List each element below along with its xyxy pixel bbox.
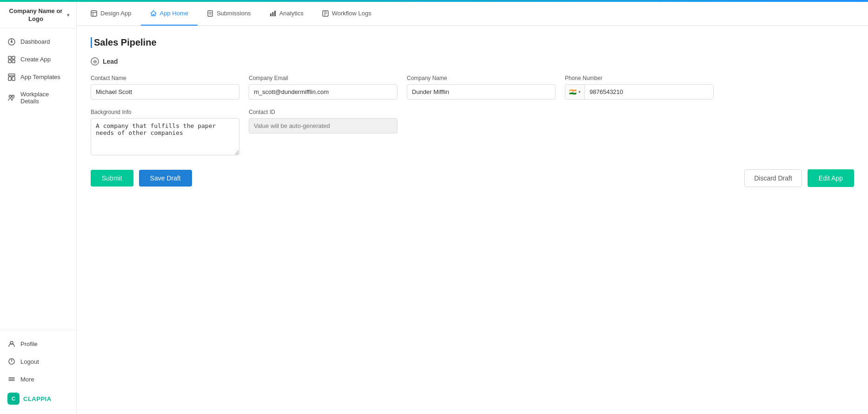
tab-submissions-label: Submissions bbox=[217, 10, 251, 17]
section-header: ⊖ Lead bbox=[91, 57, 854, 66]
company-email-field: Company Email bbox=[249, 75, 398, 100]
sidebar-item-more[interactable]: More bbox=[0, 370, 76, 388]
app-templates-label: App Templates bbox=[20, 73, 60, 80]
contact-id-label: Contact ID bbox=[249, 109, 398, 115]
contact-id-field: Contact ID bbox=[249, 109, 398, 155]
sidebar-nav: Dashboard Create App bbox=[0, 28, 76, 330]
logout-icon bbox=[7, 357, 16, 366]
svg-point-10 bbox=[9, 95, 12, 97]
clappia-branding: C CLAPPIA bbox=[0, 388, 76, 409]
save-draft-button[interactable]: Save Draft bbox=[139, 170, 192, 187]
svg-rect-9 bbox=[12, 77, 15, 80]
tab-design-app-label: Design App bbox=[100, 10, 132, 17]
main-content: Design App App Home bbox=[77, 2, 868, 414]
contact-id-input bbox=[249, 118, 398, 134]
sidebar: Company Name or Logo ▾ Dashboard bbox=[0, 2, 77, 414]
app-templates-icon bbox=[7, 73, 16, 81]
create-app-icon bbox=[7, 55, 16, 64]
sidebar-item-workplace-details[interactable]: Workplace Details bbox=[0, 86, 76, 109]
sidebar-bottom: Profile Logout bbox=[0, 330, 76, 414]
svg-rect-18 bbox=[91, 11, 97, 16]
contact-name-label: Contact Name bbox=[91, 75, 239, 81]
sidebar-item-app-templates[interactable]: App Templates bbox=[0, 68, 76, 86]
workflow-logs-tab-icon bbox=[322, 10, 329, 17]
svg-rect-5 bbox=[8, 60, 11, 63]
discard-draft-button[interactable]: Discard Draft bbox=[744, 169, 802, 187]
form-row-1: Contact Name Company Email Company Name … bbox=[91, 75, 854, 100]
section-label: Lead bbox=[103, 58, 118, 65]
svg-rect-24 bbox=[270, 13, 272, 16]
page-title: Sales Pipeline bbox=[91, 37, 854, 48]
svg-rect-6 bbox=[12, 60, 15, 63]
create-app-label: Create App bbox=[20, 56, 51, 63]
submissions-tab-icon bbox=[207, 10, 213, 17]
phone-flag-selector[interactable]: 🇮🇳 ▾ bbox=[565, 85, 585, 99]
submit-button[interactable]: Submit bbox=[91, 170, 133, 187]
page-body: Sales Pipeline ⊖ Lead Contact Name Compa… bbox=[77, 26, 868, 414]
more-icon bbox=[7, 375, 16, 383]
phone-number-label: Phone Number bbox=[565, 75, 714, 81]
app-home-tab-icon bbox=[150, 10, 157, 17]
svg-rect-8 bbox=[8, 77, 11, 80]
form-row-2: Background Info A company that fulfills … bbox=[91, 109, 854, 155]
company-email-label: Company Email bbox=[249, 75, 398, 81]
clappia-label: CLAPPIA bbox=[23, 395, 52, 402]
profile-label: Profile bbox=[20, 341, 38, 347]
edit-app-button[interactable]: Edit App bbox=[808, 169, 854, 187]
analytics-tab-icon bbox=[270, 10, 276, 17]
tab-submissions[interactable]: Submissions bbox=[198, 2, 260, 26]
tab-design-app[interactable]: Design App bbox=[81, 2, 141, 26]
svg-rect-7 bbox=[8, 74, 15, 76]
workplace-details-label: Workplace Details bbox=[20, 91, 69, 105]
svg-rect-21 bbox=[208, 11, 212, 16]
flag-emoji: 🇮🇳 bbox=[569, 88, 576, 95]
dashboard-icon bbox=[7, 38, 16, 46]
tab-workflow-logs-label: Workflow Logs bbox=[332, 10, 371, 17]
sidebar-item-create-app[interactable]: Create App bbox=[0, 51, 76, 68]
sidebar-item-profile[interactable]: Profile bbox=[0, 335, 76, 353]
dashboard-label: Dashboard bbox=[20, 38, 50, 45]
phone-dropdown-arrow: ▾ bbox=[578, 89, 581, 94]
tab-bar: Design App App Home bbox=[77, 2, 868, 26]
svg-rect-3 bbox=[8, 56, 11, 59]
more-label: More bbox=[20, 376, 34, 383]
phone-number-field: Phone Number 🇮🇳 ▾ bbox=[565, 75, 714, 100]
right-action-buttons: Discard Draft Edit App bbox=[744, 169, 854, 187]
tab-workflow-logs[interactable]: Workflow Logs bbox=[313, 2, 381, 26]
phone-field-wrapper: 🇮🇳 ▾ bbox=[565, 84, 714, 100]
svg-rect-26 bbox=[274, 11, 276, 16]
company-name-field: Company Name bbox=[407, 75, 556, 100]
logout-label: Logout bbox=[20, 358, 39, 365]
clappia-icon: C bbox=[7, 393, 20, 405]
background-info-field: Background Info A company that fulfills … bbox=[91, 109, 239, 155]
company-logo[interactable]: Company Name or Logo ▾ bbox=[0, 2, 76, 28]
action-row: Submit Save Draft Discard Draft Edit App bbox=[91, 169, 854, 187]
background-info-label: Background Info bbox=[91, 109, 239, 115]
tab-app-home[interactable]: App Home bbox=[141, 2, 198, 26]
workplace-icon bbox=[7, 93, 16, 102]
sidebar-item-logout[interactable]: Logout bbox=[0, 353, 76, 370]
phone-number-input[interactable] bbox=[585, 85, 713, 99]
company-name-input[interactable] bbox=[407, 84, 556, 100]
contact-name-input[interactable] bbox=[91, 84, 239, 100]
logo-chevron-icon: ▾ bbox=[67, 12, 70, 18]
profile-icon bbox=[7, 340, 16, 348]
tab-analytics[interactable]: Analytics bbox=[260, 2, 313, 26]
background-info-textarea[interactable]: A company that fulfills the paper needs … bbox=[91, 118, 239, 155]
svg-point-11 bbox=[12, 95, 14, 97]
sidebar-item-dashboard[interactable]: Dashboard bbox=[0, 33, 76, 51]
design-app-tab-icon bbox=[91, 10, 97, 17]
company-email-input[interactable] bbox=[249, 84, 398, 100]
company-name-label: Company Name bbox=[407, 75, 556, 81]
contact-name-field: Contact Name bbox=[91, 75, 239, 100]
tab-analytics-label: Analytics bbox=[279, 10, 304, 17]
company-name-text: Company Name or Logo bbox=[7, 7, 65, 23]
svg-rect-4 bbox=[12, 56, 15, 59]
svg-rect-25 bbox=[272, 12, 273, 16]
section-toggle-icon[interactable]: ⊖ bbox=[91, 57, 99, 66]
tab-app-home-label: App Home bbox=[160, 10, 188, 17]
